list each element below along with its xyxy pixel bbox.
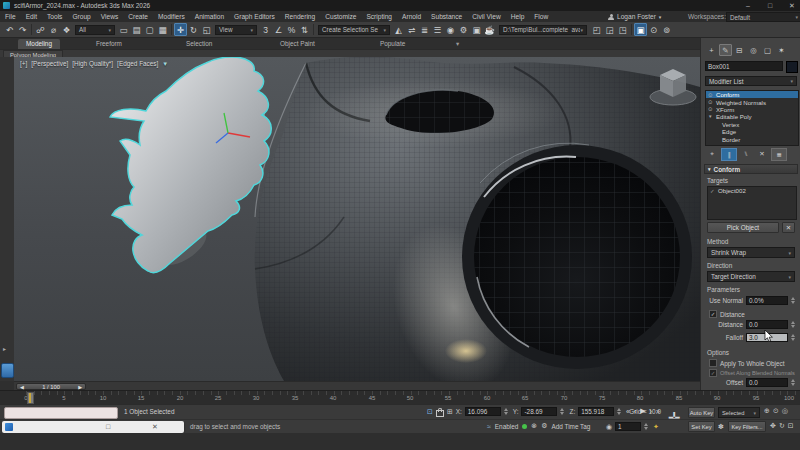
xyz-grid-icon[interactable]: ⊞ bbox=[447, 408, 453, 416]
viewport-layout-tabs-icon[interactable] bbox=[1, 363, 14, 378]
spinner[interactable] bbox=[504, 407, 510, 416]
tab-freeform[interactable]: Freeform bbox=[88, 39, 130, 49]
unlink-icon[interactable]: ⌀ bbox=[47, 23, 60, 36]
auto-key-button[interactable]: Auto Key bbox=[688, 407, 715, 418]
viewport-pov-menu[interactable]: [Perspective] bbox=[31, 60, 68, 67]
create-tab-icon[interactable]: + bbox=[705, 44, 718, 56]
expand-panel-icon[interactable]: ▸ bbox=[3, 345, 6, 352]
hierarchy-tab-icon[interactable]: ⊟ bbox=[733, 44, 746, 56]
target-item-object002[interactable]: ✓ Object002 bbox=[708, 187, 796, 194]
stack-item-weighted-normals[interactable]: ⊙ Weighted Normals bbox=[706, 98, 798, 105]
search-ring-icon[interactable]: ⊚ bbox=[660, 23, 673, 36]
workspace-dropdown[interactable]: Default ▾ bbox=[726, 12, 800, 22]
selection-set-dropdown[interactable]: Selected ▾ bbox=[718, 407, 760, 418]
spinner[interactable] bbox=[560, 407, 566, 416]
align-icon[interactable]: ⇌ bbox=[405, 23, 418, 36]
y-coordinate-field[interactable]: -28.69 bbox=[521, 407, 557, 416]
menu-group[interactable]: Group bbox=[67, 13, 95, 20]
playhead[interactable] bbox=[27, 392, 34, 404]
use-normal-field[interactable]: 0.0% bbox=[746, 296, 788, 305]
viewport-quality-menu[interactable]: [High Quality*] bbox=[72, 60, 113, 67]
import-folder-icon[interactable]: ◰ bbox=[590, 23, 603, 36]
percent-snap-icon[interactable]: % bbox=[285, 23, 298, 36]
spinner[interactable] bbox=[791, 296, 797, 305]
zoom-icon[interactable]: ⊕ bbox=[764, 407, 770, 415]
menu-rendering[interactable]: Rendering bbox=[280, 13, 320, 20]
menu-flow[interactable]: Flow bbox=[529, 13, 553, 20]
play-icon[interactable]: ▶ bbox=[640, 407, 645, 415]
key-filters-button[interactable]: Key Filters... bbox=[728, 421, 766, 432]
window-crossing-icon[interactable]: ▦ bbox=[156, 23, 169, 36]
key-mode-eye-icon[interactable]: ◉ bbox=[606, 423, 612, 431]
workspace-icon[interactable]: ▣ bbox=[634, 23, 647, 36]
x-coordinate-field[interactable]: 16.096 bbox=[465, 407, 501, 416]
direction-dropdown[interactable]: Target Direction ▾ bbox=[707, 271, 795, 282]
previous-frame-icon[interactable]: ‹ bbox=[634, 408, 636, 415]
ribbon-minimize-icon[interactable]: ▾ bbox=[448, 39, 467, 49]
tab-modeling[interactable]: Modeling bbox=[18, 39, 60, 49]
utilities-tab-icon[interactable]: ✶ bbox=[775, 44, 788, 56]
time-slider-handle[interactable]: ◀ 1 / 100 ▶ bbox=[16, 383, 86, 390]
menu-customize[interactable]: Customize bbox=[320, 13, 361, 20]
method-dropdown[interactable]: Shrink Wrap ▾ bbox=[707, 247, 795, 258]
spinner[interactable] bbox=[791, 320, 797, 329]
time-configuration-icon[interactable]: ⚙ bbox=[541, 422, 547, 430]
select-and-move-icon[interactable]: ✛ bbox=[174, 23, 187, 36]
spinner[interactable] bbox=[617, 407, 623, 416]
visibility-eye-icon[interactable]: ⊙ bbox=[708, 106, 716, 112]
menu-tools[interactable]: Tools bbox=[42, 13, 67, 20]
maximize-button[interactable]: □ bbox=[762, 0, 778, 11]
menu-arnold[interactable]: Arnold bbox=[397, 13, 426, 20]
apply-whole-object-row[interactable]: Apply To Whole Object bbox=[709, 359, 785, 367]
select-by-name-icon[interactable]: ▤ bbox=[130, 23, 143, 36]
armor-mesh[interactable] bbox=[255, 57, 700, 381]
menu-views[interactable]: Views bbox=[96, 13, 123, 20]
undo-icon[interactable]: ↶ bbox=[3, 23, 16, 36]
render-icon[interactable]: ☕ bbox=[483, 23, 496, 36]
close-button[interactable]: ✕ bbox=[784, 0, 800, 11]
minimized-floating-window[interactable]: □ ✕ bbox=[2, 421, 184, 433]
pick-object-button[interactable]: Pick Object bbox=[707, 222, 779, 233]
help-ring-icon[interactable]: ⊙ bbox=[647, 23, 660, 36]
menu-file[interactable]: File bbox=[0, 13, 21, 20]
pin-stack-icon[interactable]: ⌖ bbox=[705, 148, 719, 159]
named-selection-set-field[interactable]: Create Selection Se ▾ bbox=[318, 25, 390, 35]
current-frame-field[interactable]: 1 bbox=[615, 422, 641, 431]
modify-tab-icon[interactable]: ✎ bbox=[719, 44, 732, 56]
selection-lock-icon[interactable] bbox=[436, 410, 444, 417]
next-frame-icon[interactable]: › bbox=[650, 408, 652, 415]
skull-mesh-selected[interactable] bbox=[110, 57, 271, 273]
set-key-button[interactable]: Set Key bbox=[688, 421, 715, 432]
menu-edit[interactable]: Edit bbox=[21, 13, 42, 20]
tab-populate[interactable]: Populate bbox=[372, 39, 413, 49]
open-folder-icon[interactable]: ◲ bbox=[603, 23, 616, 36]
spinner[interactable] bbox=[791, 378, 797, 387]
object-name-field[interactable]: Box001 bbox=[705, 61, 783, 71]
reference-coordinate-dropdown[interactable]: View ▾ bbox=[215, 25, 257, 35]
keying-mode-icon[interactable]: ✽ bbox=[718, 423, 724, 431]
spinner[interactable] bbox=[791, 333, 797, 342]
user-name[interactable]: Logan Foster bbox=[617, 13, 656, 20]
track-selection-icon[interactable]: ≈ bbox=[487, 423, 491, 430]
bind-spacewarp-icon[interactable]: ❖ bbox=[60, 23, 73, 36]
select-object-icon[interactable]: ▭ bbox=[117, 23, 130, 36]
frame-back-icon[interactable]: ◀ bbox=[20, 384, 24, 390]
snap-toggle-icon[interactable]: 3 bbox=[259, 23, 272, 36]
make-unique-icon[interactable]: ⑊ bbox=[739, 148, 753, 159]
mirror-icon[interactable]: ◭ bbox=[392, 23, 405, 36]
menu-animation[interactable]: Animation bbox=[190, 13, 229, 20]
disable-icon[interactable]: ⊗ bbox=[531, 422, 537, 430]
z-coordinate-field[interactable]: 155.918 bbox=[578, 407, 614, 416]
stack-item-vertex[interactable]: Vertex bbox=[706, 121, 798, 128]
selection-filter-dropdown[interactable]: All ▾ bbox=[75, 25, 115, 35]
tab-selection[interactable]: Selection bbox=[178, 39, 220, 49]
distance-field[interactable]: 0.0 bbox=[746, 320, 788, 329]
tab-object-paint[interactable]: Object Paint bbox=[272, 39, 323, 49]
account-area[interactable]: Logan Foster ▾ bbox=[608, 13, 661, 20]
menu-modifiers[interactable]: Modifiers bbox=[153, 13, 190, 20]
viewport-plus-menu[interactable]: [+] bbox=[20, 60, 27, 67]
go-to-end-icon[interactable]: » bbox=[656, 408, 660, 415]
motion-tab-icon[interactable]: ◎ bbox=[747, 44, 760, 56]
go-to-start-icon[interactable]: « bbox=[626, 408, 630, 415]
display-tab-icon[interactable]: ▢ bbox=[761, 44, 774, 56]
